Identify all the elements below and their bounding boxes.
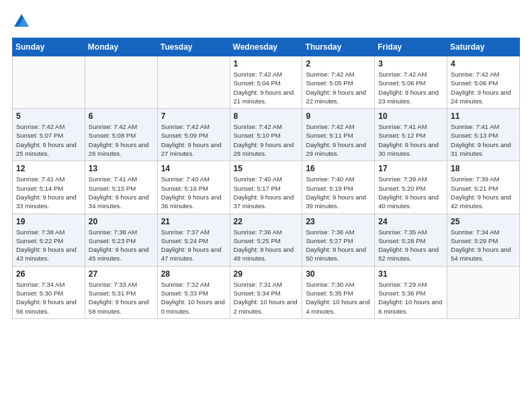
day-info: Sunrise: 7:38 AMSunset: 5:22 PMDaylight:… — [16, 228, 81, 263]
day-number: 24 — [378, 217, 443, 226]
calendar-cell: 21Sunrise: 7:37 AMSunset: 5:24 PMDayligh… — [157, 214, 230, 266]
calendar-cell: 28Sunrise: 7:32 AMSunset: 5:33 PMDayligh… — [157, 266, 230, 318]
week-row-5: 26Sunrise: 7:34 AMSunset: 5:30 PMDayligh… — [13, 266, 520, 318]
day-info: Sunrise: 7:42 AMSunset: 5:06 PMDaylight:… — [378, 70, 443, 105]
week-row-1: 1Sunrise: 7:42 AMSunset: 5:04 PMDaylight… — [13, 56, 520, 109]
day-number: 16 — [306, 164, 371, 173]
day-info: Sunrise: 7:37 AMSunset: 5:24 PMDaylight:… — [161, 228, 226, 263]
day-number: 8 — [234, 111, 299, 121]
weekday-thursday: Thursday — [302, 38, 375, 56]
logo — [12, 12, 34, 31]
day-info: Sunrise: 7:40 AMSunset: 5:16 PMDaylight:… — [161, 175, 226, 210]
day-number: 23 — [306, 217, 371, 226]
weekday-header-row: SundayMondayTuesdayWednesdayThursdayFrid… — [13, 38, 520, 56]
day-info: Sunrise: 7:42 AMSunset: 5:06 PMDaylight:… — [451, 70, 516, 105]
day-number: 9 — [306, 111, 371, 121]
week-row-3: 12Sunrise: 7:41 AMSunset: 5:14 PMDayligh… — [13, 161, 520, 214]
day-info: Sunrise: 7:42 AMSunset: 5:04 PMDaylight:… — [234, 70, 299, 105]
calendar-cell: 29Sunrise: 7:31 AMSunset: 5:34 PMDayligh… — [230, 266, 302, 318]
calendar-cell — [85, 56, 157, 109]
day-info: Sunrise: 7:42 AMSunset: 5:09 PMDaylight:… — [161, 122, 226, 158]
day-number: 7 — [161, 111, 226, 121]
weekday-sunday: Sunday — [13, 38, 85, 56]
day-number: 26 — [16, 269, 81, 279]
day-info: Sunrise: 7:36 AMSunset: 5:25 PMDaylight:… — [234, 228, 299, 263]
day-info: Sunrise: 7:40 AMSunset: 5:17 PMDaylight:… — [234, 175, 299, 210]
calendar-cell: 2Sunrise: 7:42 AMSunset: 5:05 PMDaylight… — [302, 56, 375, 109]
day-number: 22 — [234, 217, 299, 226]
day-number: 3 — [378, 59, 443, 68]
day-number: 14 — [161, 164, 226, 173]
calendar-cell: 30Sunrise: 7:30 AMSunset: 5:35 PMDayligh… — [302, 266, 375, 318]
calendar-cell: 8Sunrise: 7:42 AMSunset: 5:10 PMDaylight… — [230, 109, 302, 161]
calendar-cell: 12Sunrise: 7:41 AMSunset: 5:14 PMDayligh… — [13, 161, 85, 214]
day-info: Sunrise: 7:34 AMSunset: 5:30 PMDaylight:… — [16, 280, 81, 316]
weekday-wednesday: Wednesday — [230, 38, 302, 56]
calendar-cell: 14Sunrise: 7:40 AMSunset: 5:16 PMDayligh… — [157, 161, 230, 214]
weekday-friday: Friday — [375, 38, 447, 56]
day-info: Sunrise: 7:42 AMSunset: 5:08 PMDaylight:… — [89, 122, 154, 158]
weekday-monday: Monday — [85, 38, 157, 56]
day-info: Sunrise: 7:42 AMSunset: 5:07 PMDaylight:… — [16, 122, 81, 158]
day-info: Sunrise: 7:41 AMSunset: 5:15 PMDaylight:… — [89, 175, 154, 210]
day-info: Sunrise: 7:32 AMSunset: 5:33 PMDaylight:… — [161, 280, 226, 316]
day-number: 31 — [378, 269, 443, 279]
calendar-cell: 22Sunrise: 7:36 AMSunset: 5:25 PMDayligh… — [230, 214, 302, 266]
day-number: 15 — [234, 164, 299, 173]
weekday-tuesday: Tuesday — [157, 38, 230, 56]
day-number: 10 — [378, 111, 443, 121]
day-info: Sunrise: 7:34 AMSunset: 5:29 PMDaylight:… — [451, 228, 516, 263]
page: SundayMondayTuesdayWednesdayThursdayFrid… — [0, 0, 532, 326]
day-number: 29 — [234, 269, 299, 279]
day-number: 2 — [306, 59, 371, 68]
day-number: 30 — [306, 269, 371, 279]
week-row-4: 19Sunrise: 7:38 AMSunset: 5:22 PMDayligh… — [13, 214, 520, 266]
day-number: 17 — [378, 164, 443, 173]
day-info: Sunrise: 7:39 AMSunset: 5:20 PMDaylight:… — [378, 175, 443, 210]
day-number: 6 — [89, 111, 154, 121]
day-number: 28 — [161, 269, 226, 279]
calendar-cell: 31Sunrise: 7:29 AMSunset: 5:36 PMDayligh… — [375, 266, 447, 318]
day-info: Sunrise: 7:41 AMSunset: 5:14 PMDaylight:… — [16, 175, 81, 210]
calendar-cell: 27Sunrise: 7:33 AMSunset: 5:31 PMDayligh… — [85, 266, 157, 318]
calendar-cell: 24Sunrise: 7:35 AMSunset: 5:28 PMDayligh… — [375, 214, 447, 266]
weekday-saturday: Saturday — [447, 38, 520, 56]
day-info: Sunrise: 7:42 AMSunset: 5:11 PMDaylight:… — [306, 122, 371, 158]
day-info: Sunrise: 7:40 AMSunset: 5:19 PMDaylight:… — [306, 175, 371, 210]
day-info: Sunrise: 7:36 AMSunset: 5:27 PMDaylight:… — [306, 228, 371, 263]
calendar-cell: 4Sunrise: 7:42 AMSunset: 5:06 PMDaylight… — [447, 56, 520, 109]
day-number: 13 — [89, 164, 154, 173]
day-info: Sunrise: 7:39 AMSunset: 5:21 PMDaylight:… — [451, 175, 516, 210]
day-info: Sunrise: 7:30 AMSunset: 5:35 PMDaylight:… — [306, 280, 371, 316]
calendar-cell: 26Sunrise: 7:34 AMSunset: 5:30 PMDayligh… — [13, 266, 85, 318]
day-number: 19 — [16, 217, 81, 226]
calendar-cell: 3Sunrise: 7:42 AMSunset: 5:06 PMDaylight… — [375, 56, 447, 109]
calendar-cell: 1Sunrise: 7:42 AMSunset: 5:04 PMDaylight… — [230, 56, 302, 109]
day-info: Sunrise: 7:41 AMSunset: 5:12 PMDaylight:… — [378, 122, 443, 158]
calendar-cell: 20Sunrise: 7:38 AMSunset: 5:23 PMDayligh… — [85, 214, 157, 266]
calendar-cell: 9Sunrise: 7:42 AMSunset: 5:11 PMDaylight… — [302, 109, 375, 161]
day-number: 5 — [16, 111, 81, 121]
calendar-cell — [157, 56, 230, 109]
calendar-cell: 17Sunrise: 7:39 AMSunset: 5:20 PMDayligh… — [375, 161, 447, 214]
day-info: Sunrise: 7:33 AMSunset: 5:31 PMDaylight:… — [89, 280, 154, 316]
day-number: 12 — [16, 164, 81, 173]
calendar-cell: 15Sunrise: 7:40 AMSunset: 5:17 PMDayligh… — [230, 161, 302, 214]
day-number: 27 — [89, 269, 154, 279]
day-number: 1 — [234, 59, 299, 68]
calendar-cell: 13Sunrise: 7:41 AMSunset: 5:15 PMDayligh… — [85, 161, 157, 214]
calendar-cell: 7Sunrise: 7:42 AMSunset: 5:09 PMDaylight… — [157, 109, 230, 161]
calendar-cell: 23Sunrise: 7:36 AMSunset: 5:27 PMDayligh… — [302, 214, 375, 266]
day-number: 25 — [451, 217, 516, 226]
calendar-cell: 6Sunrise: 7:42 AMSunset: 5:08 PMDaylight… — [85, 109, 157, 161]
day-info: Sunrise: 7:35 AMSunset: 5:28 PMDaylight:… — [378, 228, 443, 263]
calendar-cell — [447, 266, 520, 318]
calendar-cell: 25Sunrise: 7:34 AMSunset: 5:29 PMDayligh… — [447, 214, 520, 266]
day-number: 4 — [451, 59, 516, 68]
day-number: 11 — [451, 111, 516, 121]
week-row-2: 5Sunrise: 7:42 AMSunset: 5:07 PMDaylight… — [13, 109, 520, 161]
logo-icon — [12, 12, 31, 31]
day-number: 18 — [451, 164, 516, 173]
day-info: Sunrise: 7:42 AMSunset: 5:05 PMDaylight:… — [306, 70, 371, 105]
header — [12, 12, 520, 31]
